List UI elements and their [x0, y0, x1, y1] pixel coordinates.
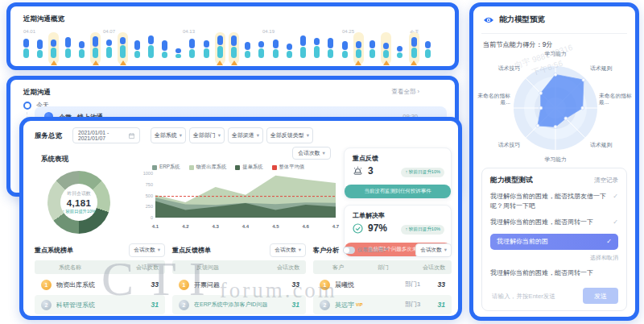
daily-bar[interactable]	[93, 36, 98, 58]
rank-badge: 1	[41, 280, 52, 290]
warning-triangle-icon	[93, 60, 99, 65]
test-item[interactable]: 我理解你当前的困难，能否周转一下	[490, 268, 618, 278]
warning-triangle-icon	[51, 60, 57, 65]
daily-bar[interactable]	[425, 41, 431, 58]
overview-bar-chart[interactable]	[23, 35, 445, 64]
service-overview-panel: 服务总览 2021/01/01 - 2021/01/07 全部系统▾ 全部部门▾…	[19, 117, 462, 320]
daily-bar[interactable]	[258, 41, 264, 58]
daily-bar[interactable]	[204, 40, 209, 58]
daily-bar[interactable]	[106, 39, 112, 58]
table-row[interactable]: 1 开票问题 33	[172, 275, 306, 294]
test-item-selected[interactable]: 我理解你当前的困 ✓	[490, 234, 618, 250]
radar-label: 未命名的指标最...	[599, 93, 633, 106]
divider	[481, 33, 627, 34]
vip-badge: VIP	[356, 302, 362, 307]
rank-badge: 1	[320, 280, 330, 290]
conversation-donut-chart[interactable]: 昨日会话数 4,181 ↑ 较前日提升10%	[47, 171, 110, 234]
daily-bar[interactable]	[231, 35, 237, 58]
table-row[interactable]: 2 在ERP系统中添加客户ID问题 31	[172, 295, 306, 314]
radar-label: 话术技巧	[491, 65, 520, 72]
filter-feedback-type-dropdown[interactable]: 全部反馈类型▾	[266, 127, 313, 143]
table-row[interactable]: 2 莫远宇 VIP 部门3 31	[313, 295, 452, 314]
key-feedback-card: 重点反馈 3 ↑ 较前日提升10% 当前没有监测到任何投诉事件	[344, 147, 452, 199]
filter-system-dropdown[interactable]: 全部系统▾	[151, 127, 186, 143]
capability-radar-chart[interactable]	[507, 60, 604, 156]
rank-badge: 2	[41, 300, 52, 310]
daily-bar[interactable]	[134, 40, 140, 58]
daily-bar[interactable]	[287, 44, 292, 58]
daily-bar[interactable]	[300, 35, 306, 58]
trend-badge: ↑ 较前日提升10%	[401, 225, 444, 235]
table-row[interactable]: 1 物资出库系统 33	[35, 275, 165, 294]
daily-bar[interactable]	[273, 39, 279, 58]
service-overview-title: 服务总览	[35, 131, 62, 141]
check-circle-icon	[353, 223, 363, 234]
daily-bar[interactable]	[383, 43, 389, 58]
daily-bar[interactable]	[369, 40, 375, 58]
chevron-down-icon: ▾	[180, 132, 182, 139]
key-users-toggle[interactable]	[343, 247, 355, 254]
legend-swatch	[272, 165, 277, 170]
daily-bar[interactable]	[120, 37, 126, 58]
timeline-dot-icon	[23, 102, 31, 110]
key-feedback-table: 重点反馈榜单 会话次数▾ 反馈问题会话次数 1 开票问题 33 2 在ERP系统…	[172, 242, 306, 316]
table-row[interactable]: 1 晨曦悦 部门1 33	[313, 275, 452, 294]
test-item[interactable]: 我理解你当前的困难，能否周转一下 ✓	[490, 218, 618, 227]
sort-dropdown[interactable]: 会话次数▾	[129, 243, 165, 257]
daily-bar[interactable]	[79, 41, 85, 58]
send-button[interactable]: 发送	[583, 288, 618, 304]
svg-text:4.6: 4.6	[303, 224, 310, 229]
svg-text:250: 250	[146, 204, 153, 209]
daily-bar[interactable]	[148, 35, 154, 58]
daily-bar[interactable]	[217, 35, 223, 58]
table-row[interactable]: 2 科研管理系统 31	[35, 295, 165, 314]
system-area-chart[interactable]: 025050075010004.14.24.34.44.54.64.7	[141, 171, 341, 232]
legend-swatch	[189, 165, 194, 170]
metric-dropdown[interactable]: 会话次数▾	[292, 147, 331, 160]
recent-comm-overview-panel: 近期沟通概览 04.0104.0704.1304.1904.25今天	[6, 2, 459, 70]
daily-bar[interactable]	[175, 48, 181, 58]
svg-text:4.3: 4.3	[213, 224, 220, 229]
eye-icon	[483, 16, 494, 24]
daily-bar[interactable]	[189, 39, 195, 58]
daily-bar[interactable]	[356, 41, 361, 58]
customer-analysis-table: 客户分析 仅看重点用户 会话次数▾ 客户 部门 会话次数 1 晨曦悦 部门1 3…	[313, 242, 452, 316]
chat-input[interactable]	[490, 292, 578, 301]
table-column-headers: 系统名称会话次数	[35, 260, 165, 274]
svg-text:4.7: 4.7	[332, 224, 340, 229]
check-icon: ✓	[613, 218, 618, 227]
test-item[interactable]: 我理解你当前的困难，能否找朋友借一下呢？周转一下吧 ✓	[490, 192, 618, 211]
clear-records-link[interactable]: 清空记录	[594, 177, 618, 185]
capability-panel-title: 能力模型预览	[499, 15, 545, 25]
daily-bar[interactable]	[411, 37, 417, 58]
daily-bar[interactable]	[65, 37, 71, 58]
view-all-link[interactable]: 查看全部 ›	[391, 88, 419, 96]
filter-channel-dropdown[interactable]: 全部渠道▾	[228, 127, 263, 143]
filter-department-dropdown[interactable]: 全部部门▾	[189, 127, 225, 143]
key-system-table: 重点系统榜单 会话次数▾ 系统名称会话次数 1 物资出库系统 33 2 科研管理…	[35, 242, 165, 316]
svg-text:4.4: 4.4	[242, 224, 250, 229]
sort-dropdown[interactable]: 会话次数▾	[270, 243, 306, 257]
svg-text:4.5: 4.5	[272, 224, 279, 229]
daily-bar[interactable]	[23, 39, 29, 58]
check-icon: ✓	[613, 192, 618, 201]
check-icon: ✓	[606, 237, 612, 247]
daily-bar[interactable]	[162, 40, 167, 58]
daily-bar[interactable]	[328, 38, 333, 58]
sort-dropdown[interactable]: 会话次数▾	[415, 243, 452, 257]
feedback-status-banner: 当前没有监测到任何投诉事件	[345, 185, 451, 198]
date-range-picker[interactable]: 2021/01/01 - 2021/01/07	[72, 127, 140, 143]
table-title: 客户分析	[313, 246, 339, 255]
daily-bar[interactable]	[51, 39, 56, 58]
daily-bar[interactable]	[37, 39, 43, 58]
warning-triangle-icon	[355, 60, 361, 65]
daily-bar[interactable]	[314, 38, 320, 58]
daily-bar[interactable]	[245, 42, 250, 58]
svg-text:4.1: 4.1	[152, 224, 159, 229]
legend-item: 物资出库系统	[189, 164, 227, 171]
daily-bar[interactable]	[397, 46, 402, 58]
trend-badge: ↑ 较前日提升10%	[401, 168, 444, 177]
svg-text:1000: 1000	[143, 171, 153, 176]
alarm-icon	[353, 166, 363, 176]
daily-bar[interactable]	[342, 41, 348, 58]
